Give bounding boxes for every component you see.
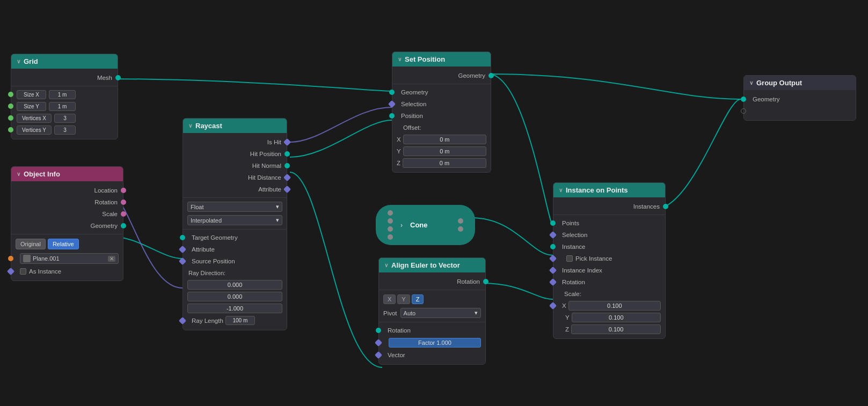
objinfo-location-socket[interactable]	[121, 188, 126, 193]
setpos-out-geo-row: Geometry	[392, 70, 491, 82]
raycast-raydir-y[interactable]: 0.000	[187, 292, 282, 301]
groupout-empty-socket[interactable]	[741, 108, 746, 114]
raycast-chevron[interactable]: ∨	[188, 123, 192, 129]
iop-instidx-row: Instance Index	[553, 264, 665, 276]
instance-on-points-chevron[interactable]: ∨	[559, 187, 563, 193]
plane-remove-button[interactable]: ✕	[108, 256, 115, 262]
object-info-chevron[interactable]: ∨	[17, 171, 20, 177]
aligneuler-factor-input[interactable]: Factor 1.000	[389, 338, 481, 348]
setpos-in-sel-socket[interactable]	[388, 100, 396, 108]
grid-vertx-socket[interactable]	[8, 115, 13, 121]
iop-scale-socket[interactable]	[549, 302, 557, 309]
cone-chevron[interactable]: ›	[400, 222, 403, 229]
groupout-geo-row: Geometry	[744, 93, 856, 105]
raycast-targetgeo-label: Target Geometry	[192, 234, 238, 241]
raycast-raydir-z[interactable]: -1.000	[187, 304, 282, 313]
as-instance-checkbox[interactable]	[20, 268, 26, 275]
set-position-chevron[interactable]: ∨	[398, 56, 402, 62]
setpos-in-pos-socket[interactable]	[389, 113, 395, 119]
objinfo-scale-socket[interactable]	[121, 211, 126, 217]
objinfo-plane-socket[interactable]	[8, 256, 13, 261]
cone-socket-2[interactable]	[388, 218, 393, 224]
raycast-raydir-x-row: 0.000	[183, 279, 287, 291]
setpos-out-geo-socket[interactable]	[488, 73, 494, 78]
objinfo-geometry-socket[interactable]	[121, 223, 126, 228]
iop-scale-y-value[interactable]: 0.100	[572, 313, 661, 322]
raycast-hitdist-socket[interactable]	[283, 174, 291, 181]
raycast-raylength-value[interactable]: 100 m	[225, 316, 255, 325]
x-axis-button[interactable]: X	[383, 294, 396, 304]
grid-mesh-socket[interactable]	[115, 75, 121, 80]
aligneuler-factor-socket[interactable]	[375, 339, 382, 346]
grid-verty-value[interactable]: 3	[54, 126, 76, 135]
setpos-in-sel-row: Selection	[392, 98, 491, 110]
grid-chevron[interactable]: ∨	[17, 58, 20, 64]
setpos-in-pos-label: Position	[401, 113, 423, 119]
cone-out-socket-1[interactable]	[458, 218, 463, 224]
grid-sizey-value[interactable]: 1 m	[49, 102, 76, 111]
raycast-raydir-x[interactable]: 0.000	[187, 280, 282, 290]
raycast-hitnorm-socket[interactable]	[285, 163, 290, 168]
iop-rot-label: Rotation	[562, 279, 585, 285]
grid-vertx-value[interactable]: 3	[54, 114, 76, 123]
pick-instance-checkbox[interactable]	[566, 255, 573, 262]
aligneuler-pivot-select[interactable]: Auto▾	[400, 308, 481, 318]
iop-in-sel-socket[interactable]	[549, 231, 557, 239]
groupout-geo-socket[interactable]	[741, 97, 746, 102]
iop-out-inst-label: Instances	[633, 203, 660, 210]
objinfo-asinstance-row: As Instance	[11, 265, 123, 277]
raycast-raylength-socket[interactable]	[179, 316, 186, 324]
iop-out-inst-socket[interactable]	[663, 204, 668, 209]
grid-sizey-socket[interactable]	[8, 104, 13, 109]
align-euler-node: ∨ Align Euler to Vector Rotation X Y Z P…	[378, 257, 486, 365]
aligneuler-vector-socket[interactable]	[375, 351, 382, 359]
z-axis-button[interactable]: Z	[412, 294, 424, 304]
cone-socket-3[interactable]	[388, 226, 393, 232]
iop-instidx-socket[interactable]	[549, 267, 557, 274]
iop-scale-x-label: X	[562, 302, 566, 309]
setpos-offset-z[interactable]: 0 m	[403, 158, 486, 168]
plane-field[interactable]: Plane.001 ✕	[20, 253, 119, 264]
setpos-offset-y[interactable]: 0 m	[403, 146, 486, 156]
raycast-targetgeo-socket[interactable]	[180, 235, 185, 240]
grid-verty-field[interactable]: Vertices Y	[17, 126, 52, 135]
raycast-attr-socket[interactable]	[283, 186, 291, 193]
aligneuler-out-rot-socket[interactable]	[483, 279, 488, 284]
objinfo-rotation-socket[interactable]	[121, 200, 126, 205]
objinfo-asinstance-socket[interactable]	[7, 268, 14, 275]
grid-vertx-field[interactable]: Vertices X	[17, 114, 52, 123]
iop-scale-z-value[interactable]: 0.100	[571, 324, 661, 334]
grid-sizey-field[interactable]: Size Y	[17, 102, 46, 111]
cone-socket-4[interactable]	[388, 234, 393, 240]
raycast-interp-select[interactable]: Interpolated▾	[187, 215, 282, 225]
setpos-in-geo-socket[interactable]	[389, 90, 395, 95]
cone-out-socket-2[interactable]	[458, 226, 463, 232]
grid-sizex-field[interactable]: Size X	[17, 90, 46, 99]
align-euler-chevron[interactable]: ∨	[384, 262, 388, 268]
raycast-ishit-socket[interactable]	[283, 138, 291, 146]
iop-in-points-label: Points	[562, 220, 579, 226]
group-output-chevron[interactable]: ∨	[749, 80, 753, 86]
setpos-offset-x[interactable]: 0 m	[403, 135, 486, 144]
iop-in-points-socket[interactable]	[550, 220, 556, 226]
iop-in-inst-socket[interactable]	[550, 244, 556, 249]
iop-rot-socket[interactable]	[549, 278, 557, 286]
y-axis-button[interactable]: Y	[397, 294, 410, 304]
grid-vertx-row: Vertices X 3	[11, 112, 118, 124]
grid-verty-socket[interactable]	[8, 127, 13, 132]
iop-scale-x-value[interactable]: 0.100	[568, 301, 661, 311]
raycast-inputattr-socket[interactable]	[179, 246, 186, 253]
raycast-float-select[interactable]: Float▾	[187, 202, 282, 212]
grid-sizex-socket[interactable]	[8, 92, 13, 97]
iop-in-points-row: Points	[553, 217, 665, 229]
raycast-hitpos-socket[interactable]	[285, 151, 290, 157]
cone-socket-1[interactable]	[388, 210, 393, 216]
relative-button[interactable]: Relative	[48, 239, 79, 249]
plane-icon	[23, 255, 31, 262]
original-button[interactable]: Original	[16, 239, 46, 249]
raycast-srcpos-socket[interactable]	[179, 257, 186, 265]
grid-sizex-value[interactable]: 1 m	[49, 90, 76, 99]
setpos-offset-z-label: Z	[397, 160, 400, 166]
iop-pick-socket[interactable]	[549, 255, 557, 262]
aligneuler-in-rot-socket[interactable]	[376, 328, 381, 333]
